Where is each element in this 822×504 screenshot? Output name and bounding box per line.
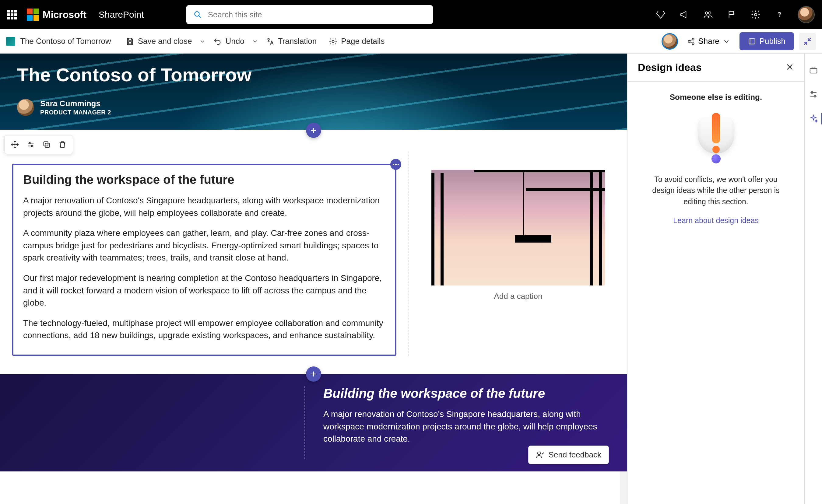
- column-divider: [409, 151, 409, 356]
- image-webpart[interactable]: Add a caption: [421, 139, 615, 356]
- diamond-icon[interactable]: [655, 9, 666, 20]
- undo-icon: [213, 37, 222, 46]
- delete-webpart-button[interactable]: [56, 138, 68, 151]
- svg-line-15: [804, 42, 807, 45]
- design-ideas-pane: Design ideas Someone else is editing. To…: [627, 54, 804, 504]
- share-button[interactable]: Share: [683, 33, 734, 49]
- text-paragraph-1[interactable]: A major renovation of Contoso's Singapor…: [23, 194, 385, 219]
- save-and-close-button[interactable]: Save and close: [121, 34, 197, 48]
- user-avatar[interactable]: [798, 6, 815, 23]
- rail-active-indicator: [821, 113, 822, 124]
- suite-header: Microsoft SharePoint ?: [0, 0, 822, 29]
- webpart-toolbar: [4, 135, 73, 154]
- text-webpart-selected[interactable]: Building the workspace of the future A m…: [12, 164, 396, 356]
- properties-button[interactable]: [808, 89, 819, 100]
- send-feedback-button[interactable]: Send feedback: [528, 446, 609, 464]
- microsoft-wordmark: Microsoft: [43, 9, 86, 20]
- pane-header: Design ideas: [628, 54, 804, 82]
- design-ideas-rail-button[interactable]: [808, 113, 819, 124]
- save-icon: [126, 37, 134, 46]
- svg-point-2: [705, 12, 708, 14]
- command-bar: The Contoso of Tomorrow Save and close U…: [0, 29, 822, 54]
- page-author[interactable]: Sara Cummings PRODUCT MANAGER 2: [17, 99, 610, 116]
- copy-icon: [42, 140, 51, 149]
- flag-icon[interactable]: [726, 9, 737, 20]
- help-icon[interactable]: ?: [774, 9, 785, 20]
- share-label: Share: [698, 36, 719, 46]
- section-two-column: + Building the workspace of the future A…: [0, 130, 627, 374]
- pane-body: Someone else is editing. To avoid confli…: [628, 82, 804, 504]
- undo-button[interactable]: Undo: [208, 34, 249, 48]
- construction-image: [431, 170, 605, 286]
- svg-point-22: [537, 452, 540, 455]
- author-title: PRODUCT MANAGER 2: [40, 109, 111, 116]
- megaphone-icon[interactable]: [679, 9, 690, 20]
- svg-point-3: [709, 12, 711, 14]
- people-icon[interactable]: [703, 9, 714, 20]
- sparkle-icon: [809, 114, 818, 123]
- image-caption-input[interactable]: Add a caption: [494, 292, 542, 301]
- dark-paragraph[interactable]: A major renovation of Contoso's Singapor…: [323, 408, 597, 445]
- search-icon: [193, 10, 201, 19]
- app-launcher-icon[interactable]: [7, 10, 17, 19]
- translation-icon: [266, 37, 274, 46]
- publish-button[interactable]: Publish: [740, 32, 794, 50]
- pane-subtitle: Someone else is editing.: [670, 92, 762, 102]
- coauthor-avatar[interactable]: [662, 33, 678, 50]
- settings-icon[interactable]: [750, 9, 761, 20]
- column-divider-dark: [305, 386, 305, 459]
- microsoft-logo: Microsoft: [27, 9, 86, 21]
- image-placeholder[interactable]: [431, 170, 605, 286]
- svg-point-9: [692, 38, 695, 40]
- add-section-button-bottom[interactable]: +: [306, 367, 321, 382]
- main-area: The Contoso of Tomorrow Sara Cummings PR…: [0, 54, 822, 504]
- sliders-icon: [809, 90, 818, 99]
- feedback-icon: [536, 450, 544, 459]
- text-heading[interactable]: Building the workspace of the future: [23, 173, 385, 186]
- pane-message: To avoid conflicts, we won't offer you d…: [652, 174, 780, 207]
- dark-heading[interactable]: Building the workspace of the future: [323, 386, 597, 401]
- duplicate-webpart-button[interactable]: [40, 138, 53, 151]
- add-section-button-top[interactable]: +: [306, 123, 321, 138]
- move-webpart-button[interactable]: [9, 138, 21, 151]
- right-tool-rail: [804, 54, 822, 504]
- edit-webpart-button[interactable]: [25, 138, 37, 151]
- close-pane-button[interactable]: [785, 63, 794, 72]
- translation-label: Translation: [278, 36, 317, 46]
- search-input[interactable]: [208, 10, 426, 19]
- svg-point-11: [692, 43, 695, 45]
- svg-point-0: [195, 12, 199, 16]
- app-name[interactable]: SharePoint: [99, 9, 144, 20]
- site-logo-icon[interactable]: [6, 37, 15, 46]
- undo-chevron-icon[interactable]: [252, 38, 259, 45]
- text-paragraph-2[interactable]: A community plaza where employees can ga…: [23, 227, 385, 264]
- svg-line-14: [808, 38, 811, 40]
- site-name[interactable]: The Contoso of Tomorrow: [20, 36, 111, 46]
- svg-rect-7: [128, 42, 131, 44]
- trash-icon: [58, 140, 67, 149]
- collapse-pane-button[interactable]: [799, 33, 816, 50]
- save-chevron-icon[interactable]: [199, 38, 206, 45]
- webpart-context-menu[interactable]: [390, 159, 401, 170]
- toolbox-button[interactable]: [808, 64, 819, 75]
- svg-rect-21: [44, 142, 48, 146]
- collapse-icon: [803, 37, 812, 46]
- author-avatar: [17, 99, 34, 116]
- toolbox-icon: [809, 65, 818, 75]
- page-hero: The Contoso of Tomorrow Sara Cummings PR…: [0, 54, 627, 130]
- learn-design-ideas-link[interactable]: Learn about design ideas: [673, 216, 759, 225]
- suite-right: ?: [655, 6, 815, 23]
- close-icon: [785, 63, 794, 71]
- undo-label: Undo: [225, 36, 244, 46]
- text-paragraph-3[interactable]: Our first major redevelopment is nearing…: [23, 272, 385, 309]
- sliders-icon: [26, 140, 35, 149]
- text-paragraph-4[interactable]: The technology-fueled, multiphase projec…: [23, 317, 385, 342]
- page-details-button[interactable]: Page details: [324, 34, 389, 48]
- pane-title: Design ideas: [638, 61, 702, 73]
- svg-rect-20: [45, 143, 49, 147]
- page-title[interactable]: The Contoso of Tomorrow: [17, 64, 610, 85]
- command-bar-right: Share Publish: [662, 32, 816, 50]
- translation-button[interactable]: Translation: [261, 34, 322, 48]
- search-box[interactable]: [186, 5, 433, 24]
- share-chevron-icon[interactable]: [723, 37, 730, 45]
